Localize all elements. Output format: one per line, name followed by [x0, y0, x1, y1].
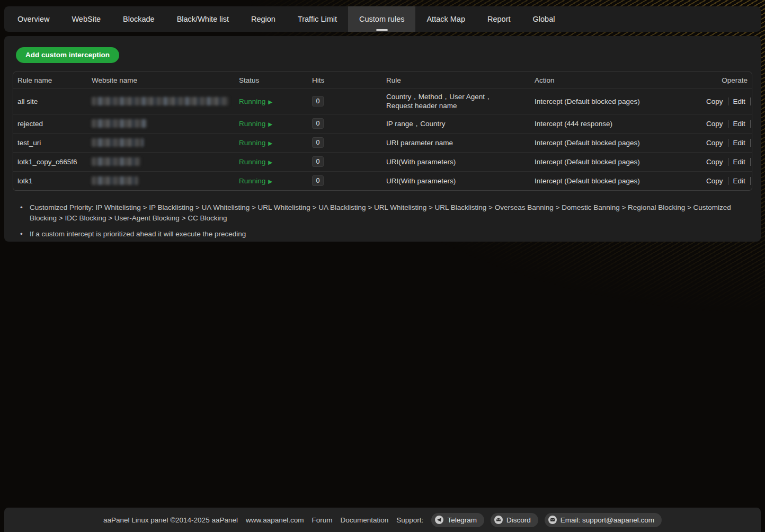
tab-blockade[interactable]: Blockade	[112, 6, 166, 32]
column-header-rule-name: Rule name	[13, 72, 87, 88]
tab-label: Report	[487, 15, 511, 23]
support-label: Support:	[396, 516, 423, 524]
action-cell: Intercept (Default blocked pages)	[530, 171, 702, 190]
play-icon: ▶	[268, 178, 272, 184]
hits-badge: 0	[312, 175, 324, 186]
rule-cell: URI parameter name	[382, 133, 530, 152]
delete-button[interactable]: Delete	[750, 139, 752, 147]
status-toggle[interactable]: Running▶	[239, 120, 272, 128]
delete-button[interactable]: Delete	[750, 158, 752, 166]
rule-name-cell: lotk1	[13, 171, 87, 190]
rule-cell: IP range，Country	[382, 114, 530, 133]
hits-badge: 0	[312, 96, 324, 107]
tab-region[interactable]: Region	[240, 6, 287, 32]
rule-cell: URI(With parameters)	[382, 171, 530, 190]
status-toggle[interactable]: Running▶	[239, 139, 272, 147]
table-row: lotk1 Running▶ 0 URI(With parameters) In…	[13, 171, 752, 190]
telegram-icon	[435, 516, 443, 524]
tab-label: Overview	[17, 15, 49, 23]
tab-label: Traffic Limit	[298, 15, 337, 23]
tab-report[interactable]: Report	[476, 6, 522, 32]
rule-name-cell: rejected	[13, 114, 87, 133]
tab-global[interactable]: Global	[522, 6, 566, 32]
redacted-website-name	[92, 97, 228, 105]
table-row: rejected Running▶ 0 IP range，Country Int…	[13, 114, 752, 133]
column-header-status: Status	[235, 72, 308, 88]
website-link[interactable]: www.aapanel.com	[246, 516, 304, 524]
redacted-website-name	[92, 176, 138, 185]
play-icon: ▶	[268, 99, 272, 105]
tab-label: Region	[251, 15, 275, 23]
status-label: Running	[239, 158, 265, 166]
hits-badge: 0	[312, 137, 324, 148]
status-label: Running	[239, 97, 265, 105]
support-buttons: Telegram Discord Email: support@aapanel.…	[431, 513, 662, 527]
email-icon	[548, 516, 557, 524]
table-row: all site Running▶ 0 Country，Method，User …	[13, 88, 752, 114]
delete-button[interactable]: Delete	[750, 120, 752, 128]
action-cell: Intercept (Default blocked pages)	[530, 133, 702, 152]
table-row: test_uri Running▶ 0 URI parameter name I…	[13, 133, 752, 152]
play-icon: ▶	[268, 140, 272, 146]
column-header-website-name: Website name	[87, 72, 235, 88]
copyright-text: aaPanel Linux panel ©2014-2025 aaPanel	[103, 516, 238, 524]
tab-black-white-list[interactable]: Black/White list	[166, 6, 240, 32]
copy-button[interactable]: Copy	[706, 158, 728, 166]
notes-list: Customized Priority: IP Whitelisting > I…	[18, 202, 752, 240]
documentation-link[interactable]: Documentation	[341, 516, 389, 524]
tab-label: Black/White list	[177, 15, 229, 23]
tab-website[interactable]: WebSite	[60, 6, 112, 32]
custom-rules-panel: Add custom interception Rule name Websit…	[4, 36, 761, 242]
table-header-row: Rule name Website name Status Hits Rule …	[13, 72, 752, 88]
action-cell: Intercept (444 response)	[530, 114, 702, 133]
tab-label: Global	[533, 15, 555, 23]
tab-overview[interactable]: Overview	[6, 6, 60, 32]
copy-button[interactable]: Copy	[706, 97, 728, 105]
edit-button[interactable]: Edit	[728, 97, 750, 105]
column-header-action: Action	[530, 72, 702, 88]
rule-name-cell: lotk1_copy_c665f6	[13, 152, 87, 171]
discord-label: Discord	[506, 516, 531, 524]
main-nav: Overview WebSite Blockade Black/White li…	[4, 6, 761, 32]
discord-icon	[494, 516, 503, 524]
edit-button[interactable]: Edit	[728, 177, 750, 185]
action-cell: Intercept (Default blocked pages)	[530, 88, 702, 114]
edit-button[interactable]: Edit	[728, 120, 750, 128]
rules-table: Rule name Website name Status Hits Rule …	[13, 72, 752, 191]
column-header-rule: Rule	[382, 72, 530, 88]
redacted-website-name	[92, 138, 144, 147]
discord-button[interactable]: Discord	[491, 513, 538, 527]
forum-link[interactable]: Forum	[312, 516, 333, 524]
note-execution: If a custom intercept is prioritized ahe…	[18, 229, 739, 240]
copy-button[interactable]: Copy	[706, 120, 728, 128]
rule-name-cell: all site	[13, 88, 87, 114]
copy-button[interactable]: Copy	[706, 177, 728, 185]
status-toggle[interactable]: Running▶	[239, 177, 272, 185]
column-header-operate: Operate	[702, 72, 752, 88]
telegram-button[interactable]: Telegram	[431, 513, 484, 527]
tab-label: WebSite	[72, 15, 101, 23]
hits-badge: 0	[312, 118, 324, 129]
table-row: lotk1_copy_c665f6 Running▶ 0 URI(With pa…	[13, 152, 752, 171]
note-priority: Customized Priority: IP Whitelisting > I…	[18, 202, 739, 224]
rule-cell: Country，Method，User Agent，Request header…	[382, 88, 530, 114]
status-label: Running	[239, 177, 265, 185]
edit-button[interactable]: Edit	[728, 139, 750, 147]
hits-badge: 0	[312, 156, 324, 167]
copy-button[interactable]: Copy	[706, 139, 728, 147]
add-custom-interception-button[interactable]: Add custom interception	[16, 47, 119, 63]
edit-button[interactable]: Edit	[728, 158, 750, 166]
telegram-label: Telegram	[447, 516, 477, 524]
tab-custom-rules[interactable]: Custom rules	[348, 6, 415, 32]
play-icon: ▶	[268, 159, 272, 165]
delete-button[interactable]: Delete	[750, 177, 752, 185]
tab-traffic-limit[interactable]: Traffic Limit	[287, 6, 348, 32]
email-button[interactable]: Email: support@aapanel.com	[545, 513, 662, 527]
footer: aaPanel Linux panel ©2014-2025 aaPanel w…	[4, 508, 761, 532]
rule-cell: URI(With parameters)	[382, 152, 530, 171]
tab-attack-map[interactable]: Attack Map	[415, 6, 476, 32]
status-toggle[interactable]: Running▶	[239, 97, 272, 105]
play-icon: ▶	[268, 121, 272, 127]
status-toggle[interactable]: Running▶	[239, 158, 272, 166]
delete-button[interactable]: Delete	[750, 97, 752, 105]
